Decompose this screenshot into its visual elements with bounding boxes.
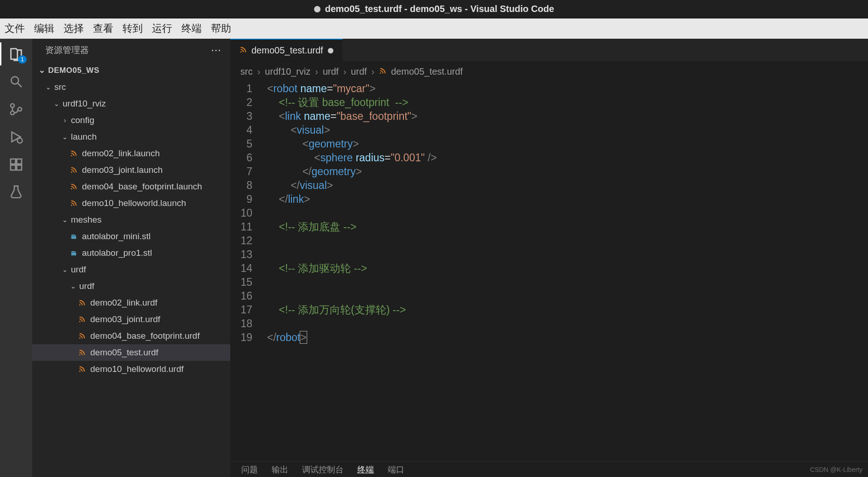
menu-item[interactable]: 终端 (181, 22, 202, 35)
code-editor[interactable]: 12345678910111213141516171819 <robot nam… (230, 82, 868, 461)
editor-area: demo05_test.urdf src›urdf10_rviz›urdf›ur… (230, 39, 868, 477)
sidebar: 资源管理器 ⋯ ⌄ DEMO05_WS ⌄src⌄urdf10_rviz›con… (32, 39, 230, 477)
file-row[interactable]: demo04_base_footprint.urdf (32, 328, 230, 344)
run-debug-icon[interactable] (8, 129, 24, 145)
tree-label: config (71, 112, 94, 129)
rss-icon (77, 348, 87, 357)
tree-label: autolabor_mini.stl (82, 228, 151, 245)
menu-item[interactable]: 运行 (152, 22, 172, 35)
tree-label: demo10_helloworld.urdf (90, 361, 184, 377)
file-row[interactable]: demo02_link.urdf (32, 294, 230, 311)
folder-row[interactable]: ›config (32, 112, 230, 129)
file-row[interactable]: demo10_helloworld.launch (32, 195, 230, 212)
rss-icon (69, 199, 78, 208)
tree-label: launch (71, 129, 97, 145)
folder-row[interactable]: ⌄urdf10_rviz (32, 95, 230, 112)
testing-icon[interactable] (8, 184, 24, 200)
activitybar: 1 (0, 39, 32, 477)
folder-row[interactable]: ⌄src (32, 79, 230, 95)
workspace-header[interactable]: ⌄ DEMO05_WS (32, 62, 230, 79)
code-lines[interactable]: <robot name="mycar"> <!-- 设置 base_footpr… (262, 82, 868, 461)
chevron-down-icon: ⌄ (69, 282, 77, 290)
tree-label: demo02_link.launch (82, 145, 160, 162)
line-gutter: 12345678910111213141516171819 (230, 82, 262, 461)
breadcrumb-separator-icon: › (257, 66, 261, 77)
tree-label: src (54, 79, 66, 95)
menu-item[interactable]: 文件 (5, 22, 25, 35)
search-icon[interactable] (8, 74, 24, 89)
svg-point-1 (11, 104, 14, 107)
file-row[interactable]: demo03_joint.urdf (32, 311, 230, 328)
file-icon (69, 232, 78, 241)
svg-point-12 (71, 205, 72, 206)
panel-tab[interactable]: 端口 (388, 464, 404, 475)
svg-point-10 (71, 171, 72, 173)
svg-point-18 (240, 51, 242, 53)
rss-icon (77, 315, 87, 324)
tree-label: demo10_helloworld.launch (82, 195, 186, 212)
file-row[interactable]: demo02_link.launch (32, 145, 230, 162)
breadcrumb-item[interactable]: src (240, 66, 253, 77)
folder-row[interactable]: ⌄urdf (32, 278, 230, 294)
svg-point-13 (79, 304, 81, 306)
sidebar-more-icon[interactable]: ⋯ (211, 44, 222, 56)
svg-point-9 (71, 155, 72, 156)
rss-icon (77, 298, 87, 307)
editor-tabs: demo05_test.urdf (230, 39, 868, 62)
breadcrumb-separator-icon: › (315, 66, 318, 77)
tree-label: demo03_joint.launch (82, 162, 163, 178)
file-row[interactable]: demo04_base_footprint.launch (32, 178, 230, 195)
source-control-icon[interactable] (8, 101, 24, 117)
tab-demo05-test[interactable]: demo05_test.urdf (230, 39, 343, 61)
menu-item[interactable]: 选择 (64, 22, 84, 35)
svg-point-15 (79, 337, 81, 339)
breadcrumb-item[interactable]: urdf (323, 66, 338, 77)
tree-label: demo05_test.urdf (90, 344, 158, 361)
titlebar: demo05_test.urdf - demo05_ws - Visual St… (0, 0, 868, 18)
file-row[interactable]: demo10_helloworld.urdf (32, 361, 230, 377)
panel-tab[interactable]: 调试控制台 (302, 464, 344, 475)
workspace-name: DEMO05_WS (48, 66, 99, 75)
svg-point-11 (71, 188, 72, 189)
rss-icon (77, 331, 87, 341)
svg-rect-5 (11, 159, 16, 164)
tree-label: demo03_joint.urdf (90, 311, 160, 328)
rss-icon (69, 149, 78, 158)
menu-item[interactable]: 编辑 (34, 22, 54, 35)
explorer-icon[interactable]: 1 (8, 46, 24, 62)
file-tree: ⌄src⌄urdf10_rviz›config⌄launchdemo02_lin… (32, 79, 230, 477)
file-row[interactable]: demo05_test.urdf (32, 344, 230, 361)
rss-icon (69, 182, 78, 191)
folder-row[interactable]: ⌄meshes (32, 212, 230, 228)
tree-label: meshes (71, 212, 102, 228)
svg-point-16 (79, 354, 81, 355)
breadcrumb-item[interactable]: demo05_test.urdf (391, 66, 463, 77)
svg-point-19 (380, 72, 381, 74)
menu-item[interactable]: 查看 (93, 22, 113, 35)
tree-label: demo04_base_footprint.launch (82, 178, 202, 195)
rss-icon (239, 45, 247, 56)
breadcrumb-item[interactable]: urdf (351, 66, 367, 77)
breadcrumb-item[interactable]: urdf10_rviz (265, 66, 310, 77)
panel-tab[interactable]: 终端 (357, 464, 374, 475)
panel-tab[interactable]: 问题 (241, 464, 258, 475)
breadcrumb[interactable]: src›urdf10_rviz›urdf›urdf›demo05_test.ur… (230, 62, 868, 82)
svg-point-17 (79, 371, 81, 372)
folder-row[interactable]: ⌄urdf (32, 261, 230, 278)
breadcrumb-separator-icon: › (372, 66, 375, 77)
panel-tab[interactable]: 输出 (272, 464, 288, 475)
chevron-down-icon: ⌄ (61, 133, 69, 141)
folder-row[interactable]: ⌄launch (32, 129, 230, 145)
breadcrumb-separator-icon: › (343, 66, 346, 77)
tree-label: demo02_link.urdf (90, 294, 157, 311)
file-row[interactable]: demo03_joint.launch (32, 162, 230, 178)
chevron-down-icon: ⌄ (39, 65, 46, 75)
tree-label: autolabor_pro1.stl (82, 245, 152, 261)
menu-item[interactable]: 帮助 (211, 22, 231, 35)
menu-item[interactable]: 转到 (122, 22, 143, 35)
file-row[interactable]: autolabor_mini.stl (32, 228, 230, 245)
rss-icon (379, 66, 386, 77)
extensions-icon[interactable] (8, 157, 24, 172)
file-row[interactable]: autolabor_pro1.stl (32, 245, 230, 261)
svg-rect-8 (17, 159, 22, 164)
